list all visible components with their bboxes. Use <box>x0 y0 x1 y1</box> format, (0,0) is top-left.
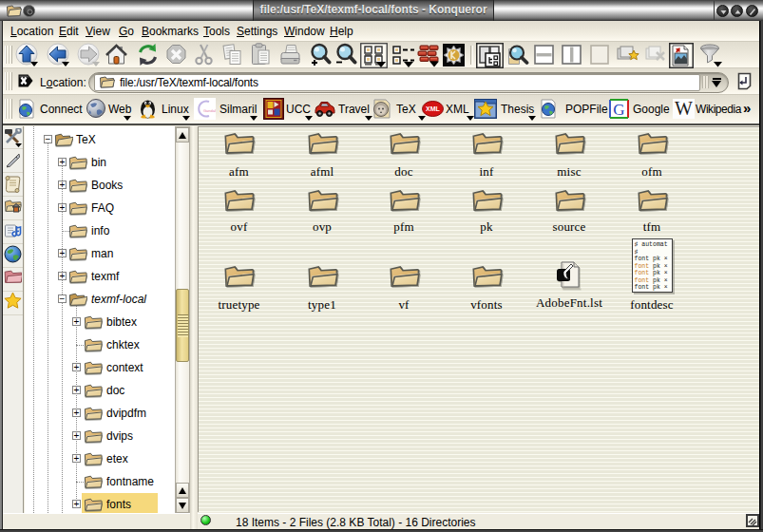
svg-text:XML: XML <box>426 105 441 112</box>
svg-text:W: W <box>675 99 693 119</box>
svg-text:G: G <box>613 101 624 119</box>
svg-text:Gandalf: Gandalf <box>203 108 216 113</box>
